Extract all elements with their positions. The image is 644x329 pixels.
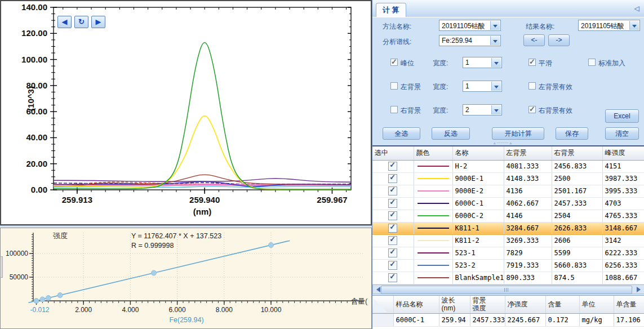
cell-peak: 6222.333: [602, 247, 644, 259]
row-header[interactable]: [372, 313, 393, 326]
row-checkbox[interactable]: [388, 174, 397, 183]
cell-right: 2606: [552, 234, 602, 247]
cell-color: [414, 197, 452, 210]
cell-checked: [372, 272, 414, 284]
color-swatch: [418, 265, 449, 266]
table-row[interactable]: BlankSample1890.333874.51088.667: [372, 272, 644, 284]
table-row[interactable]: 523-27919.3335660.8336256.333: [372, 259, 644, 272]
sample-column-header-3[interactable]: 净强度: [505, 296, 545, 313]
invert-selection-button[interactable]: 反选: [432, 127, 470, 140]
chevron-down-icon[interactable]: [629, 21, 639, 30]
cell-left: 7919.333: [504, 259, 552, 272]
column-header-1[interactable]: 颜色: [414, 146, 452, 160]
refresh-spectrum-button[interactable]: ↻: [74, 16, 88, 28]
horizontal-scrollbar[interactable]: [372, 284, 644, 294]
left-background-valid-checkbox[interactable]: [528, 82, 536, 90]
table-row[interactable]: 6000C-14062.6672457.3334703: [372, 197, 644, 210]
row-checkbox[interactable]: [388, 224, 397, 233]
row-checkbox[interactable]: [388, 248, 397, 257]
next-spectrum-button[interactable]: ▶: [91, 16, 105, 28]
analysis-line-select[interactable]: Fe:259.94: [439, 35, 501, 46]
right-background-valid-checkbox[interactable]: [528, 106, 536, 113]
sample-column-header-6[interactable]: 单含量: [614, 296, 644, 313]
row-selector-corner[interactable]: [372, 296, 393, 313]
row-checkbox[interactable]: [388, 261, 397, 270]
cell-right: 2626.833: [552, 222, 602, 234]
cell-right: 2457.333: [552, 197, 602, 210]
select-all-button[interactable]: 全选: [383, 127, 420, 140]
sample-column-header-5[interactable]: 单位: [579, 296, 614, 313]
column-header-2[interactable]: 名称: [452, 146, 504, 160]
sample-column-header-0[interactable]: 样品名称: [393, 296, 439, 313]
excel-export-button[interactable]: Excel: [605, 109, 639, 123]
row-checkbox[interactable]: [388, 199, 397, 208]
chevron-down-icon[interactable]: [491, 82, 501, 91]
scroll-right-icon[interactable]: [637, 286, 643, 292]
row-checkbox[interactable]: [388, 236, 397, 245]
row-checkbox[interactable]: [388, 273, 397, 282]
cell-name: BlankSample1: [452, 272, 504, 284]
left-width-select[interactable]: 1: [463, 81, 502, 92]
tab-calculation[interactable]: 计 算: [376, 3, 406, 17]
left-background-checkbox[interactable]: [390, 82, 398, 90]
cell-name: 6000C-1: [452, 197, 504, 210]
chevron-down-icon[interactable]: [490, 36, 500, 45]
svg-text:259.913: 259.913: [62, 195, 92, 204]
result-name-label: 结果名称:: [526, 22, 554, 32]
table-row[interactable]: 6000C-1259.942457.3332245.6670.172mg/kg1…: [372, 313, 644, 326]
peak-position-label: 峰位: [401, 59, 414, 68]
sample-column-header-1[interactable]: 波长 (nm): [439, 296, 470, 313]
next-result-button[interactable]: ->: [548, 34, 570, 46]
right-width-select[interactable]: 2: [463, 104, 502, 115]
collapse-panel-icon[interactable]: ◁: [634, 5, 639, 12]
cell-peak: 3148.667: [602, 222, 644, 234]
start-calculation-button[interactable]: 开始计算: [492, 127, 544, 140]
table-row[interactable]: 6000C-2414625044765.333: [372, 210, 644, 222]
chevron-down-icon[interactable]: [491, 105, 501, 114]
cell-checked: [372, 172, 414, 185]
tab-bar: 计 算 ◁: [372, 0, 644, 17]
cell-checked: [372, 185, 414, 197]
peak-width-value: 1: [465, 59, 490, 66]
left-splitter-grip[interactable]: [0, 256, 3, 278]
scroll-left-icon[interactable]: [374, 286, 380, 292]
cell-name: H-2: [452, 160, 504, 172]
column-header-5[interactable]: 峰强度: [602, 146, 644, 160]
table-row[interactable]: K811-23269.33326063142: [372, 234, 644, 247]
result-name-select[interactable]: 20191105钴酸: [578, 20, 640, 31]
results-table: 选中颜色名称左背景右背景峰强度 H-24081.3332456.83341519…: [372, 145, 644, 284]
table-row[interactable]: 9000E-14148.33325003987.333: [372, 172, 644, 185]
cell-name: 523-1: [452, 247, 504, 259]
calibration-point: [269, 243, 274, 248]
table-row[interactable]: K811-13284.6672626.8333148.667: [372, 222, 644, 234]
svg-text:100000: 100000: [6, 250, 28, 257]
row-checkbox[interactable]: [388, 211, 397, 220]
table-row[interactable]: 523-1782955996222.333: [372, 247, 644, 259]
row-checkbox[interactable]: [388, 162, 397, 171]
chevron-down-icon[interactable]: [490, 21, 500, 30]
color-swatch: [418, 190, 449, 192]
save-button[interactable]: 保存: [556, 127, 588, 140]
peak-position-checkbox[interactable]: [390, 59, 398, 66]
prev-result-button[interactable]: <-: [523, 34, 545, 46]
table-row[interactable]: 9000E-241362501.1673995.333: [372, 185, 644, 197]
method-name-select[interactable]: 20191105钴酸: [439, 20, 501, 31]
vertical-splitter-handle[interactable]: ▵ ········· ▵: [494, 141, 539, 145]
peak-width-select[interactable]: 1: [463, 57, 502, 68]
smooth-checkbox[interactable]: [528, 59, 536, 66]
scrollbar-thumb[interactable]: [381, 286, 632, 294]
right-background-checkbox[interactable]: [390, 106, 398, 113]
column-header-4[interactable]: 右背景: [552, 146, 602, 160]
column-header-0[interactable]: 选中: [372, 146, 414, 160]
cell-color: [414, 234, 452, 247]
row-checkbox[interactable]: [388, 186, 397, 195]
clear-button[interactable]: 清空: [605, 127, 639, 140]
column-header-3[interactable]: 左背景: [504, 146, 552, 160]
chevron-down-icon[interactable]: [491, 58, 501, 67]
calibration-point: [40, 297, 45, 302]
prev-spectrum-button[interactable]: ◀: [57, 16, 72, 28]
sample-column-header-4[interactable]: 含量: [545, 296, 579, 313]
table-row[interactable]: H-24081.3332456.8334151: [372, 160, 644, 172]
sample-column-header-2[interactable]: 背景 强度: [470, 296, 505, 313]
standard-addition-checkbox[interactable]: [588, 59, 596, 66]
